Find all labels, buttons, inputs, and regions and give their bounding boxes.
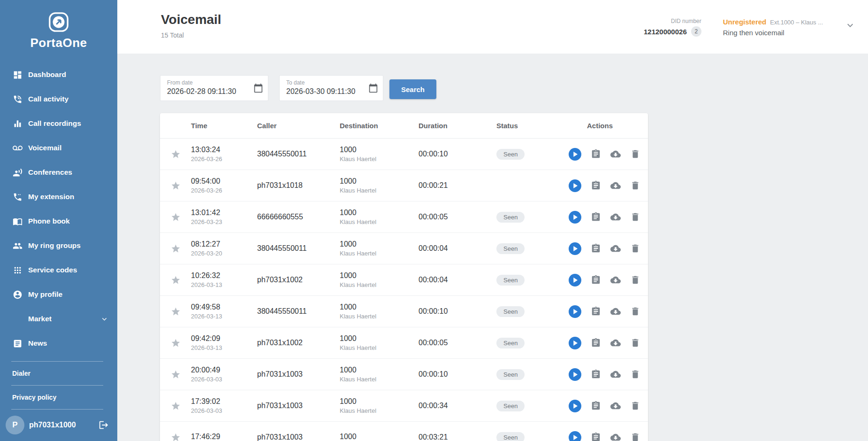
delete-icon[interactable] bbox=[630, 306, 640, 317]
delete-icon[interactable] bbox=[630, 180, 640, 191]
sidebar-item-my-extension[interactable]: My extension bbox=[0, 185, 117, 209]
logout-icon[interactable] bbox=[99, 420, 109, 430]
play-button[interactable] bbox=[569, 179, 581, 192]
play-button[interactable] bbox=[569, 211, 581, 224]
delete-icon[interactable] bbox=[630, 432, 640, 441]
download-icon[interactable] bbox=[610, 149, 621, 159]
transcript-icon[interactable] bbox=[591, 149, 601, 159]
download-icon[interactable] bbox=[610, 432, 621, 441]
download-icon[interactable] bbox=[610, 275, 621, 285]
sidebar-item-call-activity[interactable]: Call activity bbox=[0, 87, 117, 111]
transcript-icon[interactable] bbox=[591, 338, 601, 348]
sidebar-item-service-codes[interactable]: Service codes bbox=[0, 258, 117, 282]
brand-name: PortaOne bbox=[0, 36, 117, 50]
delete-icon[interactable] bbox=[630, 275, 640, 285]
transcript-icon[interactable] bbox=[591, 306, 601, 317]
row-destination-name: Klaus Haertel bbox=[340, 313, 419, 320]
star-icon[interactable] bbox=[171, 401, 181, 411]
calendar-icon[interactable] bbox=[253, 83, 263, 93]
row-destination: 1000 bbox=[340, 209, 419, 217]
play-button[interactable] bbox=[569, 274, 581, 286]
download-icon[interactable] bbox=[610, 243, 621, 254]
play-button[interactable] bbox=[569, 305, 581, 318]
sidebar-item-market[interactable]: Market bbox=[0, 307, 117, 331]
star-icon[interactable] bbox=[171, 212, 181, 222]
service-codes-icon bbox=[12, 265, 23, 275]
delete-icon[interactable] bbox=[630, 338, 640, 348]
row-destination-name: Klaus Haertel bbox=[340, 187, 419, 194]
transcript-icon[interactable] bbox=[591, 401, 601, 411]
row-date: 2026-03-13 bbox=[191, 281, 257, 288]
user-row[interactable]: P ph7031x1000 bbox=[0, 410, 117, 441]
sidebar-item-label: My profile bbox=[28, 290, 62, 299]
delete-icon[interactable] bbox=[630, 212, 640, 222]
row-date: 2026-03-13 bbox=[191, 313, 257, 320]
transcript-icon[interactable] bbox=[591, 275, 601, 285]
download-icon[interactable] bbox=[610, 401, 621, 411]
account-summary: DID number 12120000026 2 Unregistered Ex… bbox=[644, 0, 868, 54]
delete-icon[interactable] bbox=[630, 243, 640, 254]
row-caller: 66666660555 bbox=[257, 213, 303, 221]
star-icon[interactable] bbox=[171, 244, 181, 254]
dashboard-icon bbox=[12, 70, 23, 80]
row-destination-name: Klaus Haertel bbox=[340, 407, 419, 414]
transcript-icon[interactable] bbox=[591, 212, 601, 222]
sidebar-item-phone-book[interactable]: Phone book bbox=[0, 209, 117, 233]
registration-status: Unregistered bbox=[723, 18, 767, 26]
sidebar-item-call-recordings[interactable]: Call recordings bbox=[0, 111, 117, 136]
star-icon[interactable] bbox=[171, 149, 181, 159]
sidebar-item-my-ring-groups[interactable]: My ring groups bbox=[0, 233, 117, 258]
sidebar-item-voicemail[interactable]: Voicemail bbox=[0, 136, 117, 160]
calendar-icon[interactable] bbox=[368, 83, 378, 93]
status-badge: Seen bbox=[496, 432, 525, 441]
did-count-badge: 2 bbox=[691, 26, 701, 37]
row-duration: 00:00:04 bbox=[419, 244, 448, 252]
play-button[interactable] bbox=[569, 368, 581, 381]
transcript-icon[interactable] bbox=[591, 180, 601, 191]
sidebar-link-dialer[interactable]: Dialer bbox=[11, 362, 103, 386]
delete-icon[interactable] bbox=[630, 401, 640, 411]
sidebar-link-privacy-policy[interactable]: Privacy policy bbox=[11, 386, 103, 410]
row-duration: 00:00:34 bbox=[419, 402, 448, 410]
transcript-icon[interactable] bbox=[591, 369, 601, 379]
play-button[interactable] bbox=[569, 242, 581, 255]
to-date-field[interactable]: To date 2026-03-30 09:11:30 bbox=[279, 75, 383, 101]
account-dropdown-chevron-icon[interactable] bbox=[845, 20, 856, 31]
transcript-icon[interactable] bbox=[591, 432, 601, 441]
star-icon[interactable] bbox=[171, 275, 181, 285]
news-icon bbox=[12, 338, 23, 348]
star-icon[interactable] bbox=[171, 181, 181, 191]
sidebar-item-conferences[interactable]: Conferences bbox=[0, 160, 117, 185]
play-button[interactable] bbox=[569, 148, 581, 161]
download-icon[interactable] bbox=[610, 306, 621, 317]
from-date-field[interactable]: From date 2026-02-28 09:11:30 bbox=[160, 75, 268, 101]
total-count: 15 Total bbox=[161, 31, 221, 39]
from-date-label: From date bbox=[167, 79, 249, 86]
star-icon[interactable] bbox=[171, 433, 181, 441]
play-button[interactable] bbox=[569, 337, 581, 349]
download-icon[interactable] bbox=[610, 369, 621, 379]
transcript-icon[interactable] bbox=[591, 243, 601, 254]
sidebar-item-dashboard[interactable]: Dashboard bbox=[0, 62, 117, 87]
row-destination-name: Klaus Haertel bbox=[340, 250, 419, 257]
did-block: DID number 12120000026 2 bbox=[644, 18, 701, 37]
sidebar-item-my-profile[interactable]: My profile bbox=[0, 282, 117, 307]
delete-icon[interactable] bbox=[630, 369, 640, 379]
column-header-actions: Actions bbox=[567, 122, 648, 130]
sidebar-item-news[interactable]: News bbox=[0, 331, 117, 356]
search-button[interactable]: Search bbox=[389, 79, 436, 99]
play-button[interactable] bbox=[569, 400, 581, 412]
table-row: 08:12:27 2026-03-20 380445550011 1000 Kl… bbox=[160, 233, 648, 264]
star-icon[interactable] bbox=[171, 370, 181, 379]
star-icon[interactable] bbox=[171, 338, 181, 348]
download-icon[interactable] bbox=[610, 338, 621, 348]
row-caller: ph7031x1002 bbox=[257, 276, 303, 284]
star-icon[interactable] bbox=[171, 307, 181, 317]
download-icon[interactable] bbox=[610, 180, 621, 191]
row-time: 17:46:29 bbox=[191, 433, 257, 441]
play-button[interactable] bbox=[569, 431, 581, 441]
status-badge: Seen bbox=[496, 401, 525, 411]
delete-icon[interactable] bbox=[630, 149, 640, 159]
user-name: ph7031x1000 bbox=[29, 421, 76, 429]
download-icon[interactable] bbox=[610, 212, 621, 222]
